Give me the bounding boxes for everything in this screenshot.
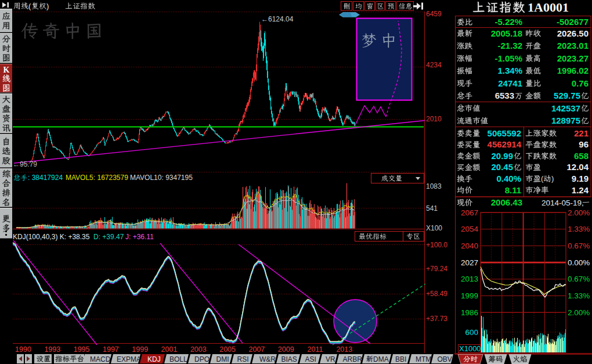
svg-text:←6124.04: ←6124.04 bbox=[261, 15, 294, 23]
svg-text:2005.18: 2005.18 bbox=[491, 28, 522, 38]
svg-text:1999: 1999 bbox=[132, 345, 148, 354]
svg-text:): ) bbox=[551, 174, 554, 183]
svg-text:): ) bbox=[46, 2, 49, 10]
svg-text:DMI: DMI bbox=[216, 355, 229, 363]
svg-text:8.11: 8.11 bbox=[505, 185, 521, 195]
svg-text:24741: 24741 bbox=[498, 78, 522, 88]
svg-text:4562914: 4562914 bbox=[488, 139, 522, 149]
svg-text:RSI: RSI bbox=[237, 355, 249, 363]
svg-text:KDJ: KDJ bbox=[147, 355, 161, 363]
svg-text:2010: 2010 bbox=[426, 115, 442, 123]
svg-text:20.45: 20.45 bbox=[491, 162, 513, 172]
svg-text:VR: VR bbox=[326, 355, 335, 363]
svg-text:MACD: MACD bbox=[90, 355, 111, 363]
svg-text:+37.73: +37.73 bbox=[426, 315, 447, 323]
svg-text:BIAS: BIAS bbox=[281, 355, 297, 363]
svg-text:2013: 2013 bbox=[461, 275, 478, 283]
svg-text:1999: 1999 bbox=[461, 291, 478, 300]
svg-text:X100: X100 bbox=[426, 224, 442, 232]
svg-text:6459: 6459 bbox=[426, 10, 442, 18]
svg-text:(: ( bbox=[541, 174, 544, 183]
svg-text:1996.02: 1996.02 bbox=[557, 66, 589, 75]
svg-text:MTM: MTM bbox=[416, 355, 431, 363]
svg-text:+79.24: +79.24 bbox=[426, 265, 447, 273]
svg-text:2067: 2067 bbox=[461, 208, 478, 217]
svg-text:2027: 2027 bbox=[461, 258, 478, 267]
svg-text:MAVOL5: 16723579: MAVOL5: 16723579 bbox=[66, 174, 128, 182]
svg-text:1.33%: 1.33% bbox=[568, 291, 590, 300]
svg-text:D: +39.47: D: +39.47 bbox=[93, 233, 124, 241]
svg-text:X1000: X1000 bbox=[459, 344, 481, 353]
svg-text:20.99: 20.99 bbox=[491, 151, 513, 161]
svg-text:DMA: DMA bbox=[373, 355, 389, 363]
svg-text:2013: 2013 bbox=[336, 345, 352, 354]
svg-text:0.76: 0.76 bbox=[572, 78, 589, 88]
svg-text:529.75: 529.75 bbox=[554, 91, 580, 100]
svg-text:1990: 1990 bbox=[15, 345, 31, 354]
svg-text:2009: 2009 bbox=[278, 345, 294, 354]
svg-text:-502677: -502677 bbox=[557, 17, 589, 27]
svg-text:0.67%: 0.67% bbox=[568, 275, 590, 283]
svg-text:(: ( bbox=[28, 2, 31, 10]
svg-text:-1.05%: -1.05% bbox=[494, 53, 522, 63]
svg-text:9.19: 9.19 bbox=[572, 174, 589, 183]
svg-text:2007: 2007 bbox=[248, 345, 265, 354]
svg-text:MAVOL10: 9347195: MAVOL10: 9347195 bbox=[130, 174, 193, 182]
svg-text:4234: 4234 bbox=[426, 61, 442, 69]
svg-text:1.34%: 1.34% bbox=[497, 66, 522, 75]
svg-text:-5.22%: -5.22% bbox=[494, 17, 522, 27]
svg-text:2026.50: 2026.50 bbox=[557, 28, 589, 38]
svg-text:J: +36.11: J: +36.11 bbox=[125, 233, 154, 241]
svg-text:128975: 128975 bbox=[551, 116, 580, 125]
svg-text:: 38417924: : 38417924 bbox=[28, 174, 63, 182]
svg-text:1997: 1997 bbox=[103, 345, 119, 354]
svg-text:←95.79: ←95.79 bbox=[13, 160, 37, 168]
svg-text:KDJ(100,40,3) K: +38.35: KDJ(100,40,3) K: +38.35 bbox=[13, 233, 90, 241]
svg-text:221: 221 bbox=[574, 128, 589, 138]
svg-text:+100.0: +100.0 bbox=[426, 241, 447, 249]
svg-text:541: 541 bbox=[426, 204, 438, 212]
svg-text:2011: 2011 bbox=[308, 345, 323, 354]
svg-text:1986: 1986 bbox=[461, 308, 478, 317]
svg-text:1A0001: 1A0001 bbox=[528, 0, 569, 15]
svg-text:6533: 6533 bbox=[495, 91, 514, 100]
svg-text:2.00%: 2.00% bbox=[568, 308, 590, 317]
svg-text:EXPMA: EXPMA bbox=[117, 355, 141, 363]
svg-text:2040: 2040 bbox=[461, 242, 478, 250]
svg-text:2001: 2001 bbox=[161, 345, 178, 354]
svg-text:1995: 1995 bbox=[74, 345, 90, 354]
svg-text:ASI: ASI bbox=[305, 355, 316, 363]
svg-text:2003: 2003 bbox=[190, 345, 207, 354]
svg-text:1083: 1083 bbox=[426, 182, 442, 190]
svg-text:2005: 2005 bbox=[219, 345, 236, 354]
svg-text:658: 658 bbox=[574, 151, 589, 161]
svg-text:BOLL: BOLL bbox=[169, 355, 187, 363]
svg-text:2023.27: 2023.27 bbox=[557, 53, 589, 63]
svg-text:2023.01: 2023.01 bbox=[557, 41, 589, 51]
svg-text:2.00%: 2.00% bbox=[568, 208, 590, 217]
svg-text:BBI: BBI bbox=[395, 355, 406, 363]
svg-text:OBV: OBV bbox=[438, 355, 452, 363]
svg-text:+58.49: +58.49 bbox=[426, 290, 447, 298]
svg-text:0.67%: 0.67% bbox=[568, 242, 590, 250]
svg-text:1.24: 1.24 bbox=[572, 185, 589, 195]
svg-text:1993: 1993 bbox=[44, 345, 60, 354]
svg-text:ARBR: ARBR bbox=[343, 355, 363, 363]
svg-text:2006.43: 2006.43 bbox=[491, 197, 522, 207]
svg-text:2014-05-19,: 2014-05-19, bbox=[542, 199, 584, 207]
svg-text:142537: 142537 bbox=[551, 103, 580, 113]
svg-text:0.00%: 0.00% bbox=[568, 258, 590, 267]
svg-text:1.33%: 1.33% bbox=[568, 225, 590, 233]
svg-text:K: K bbox=[3, 66, 10, 74]
svg-text:600: 600 bbox=[465, 328, 478, 337]
svg-text:96: 96 bbox=[579, 139, 589, 149]
svg-text:2054: 2054 bbox=[461, 225, 479, 233]
svg-text:-21.32: -21.32 bbox=[497, 41, 522, 51]
svg-text:12.04: 12.04 bbox=[566, 162, 589, 172]
svg-text:0.40%: 0.40% bbox=[496, 174, 521, 183]
svg-text:DPO: DPO bbox=[194, 355, 210, 363]
svg-text:W&R: W&R bbox=[259, 355, 276, 363]
svg-text:5065592: 5065592 bbox=[488, 128, 521, 138]
